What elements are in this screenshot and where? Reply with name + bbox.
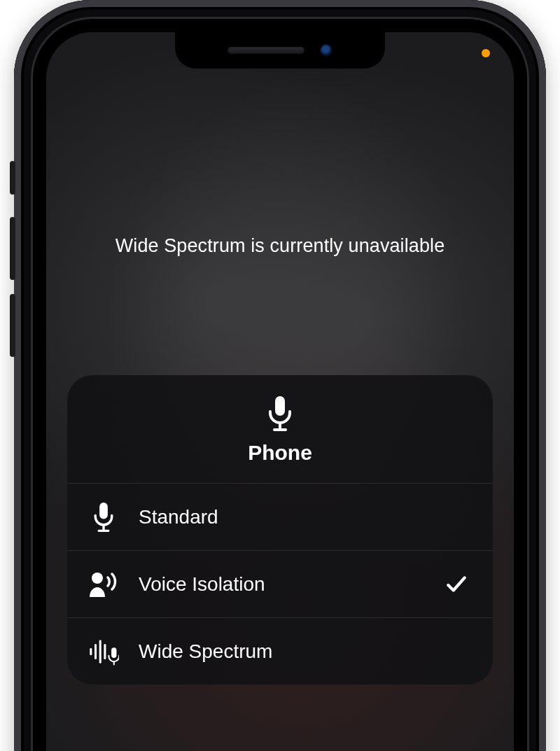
microphone-icon [267,396,293,431]
panel-title: Phone [248,441,312,465]
option-label: Standard [139,506,427,528]
mute-switch[interactable] [10,161,15,195]
wide-spectrum-icon [88,638,119,666]
panel-header: Phone [67,375,493,483]
svg-rect-3 [99,503,108,519]
front-camera [320,44,332,57]
voice-isolation-icon [88,570,119,598]
checkmark-icon [445,573,468,596]
option-label: Wide Spectrum [139,640,427,663]
earpiece-speaker [227,47,304,54]
mic-mode-option-standard[interactable]: Standard [67,483,493,550]
notch [175,32,385,69]
svg-rect-0 [275,396,285,416]
status-toast: Wide Spectrum is currently unavailable [46,235,514,257]
mic-mode-option-wide-spectrum[interactable]: Wide Spectrum [67,617,493,685]
option-label: Voice Isolation [139,573,426,596]
mic-mode-option-voice-isolation[interactable]: Voice Isolation [67,550,493,617]
volume-up-button[interactable] [10,217,15,280]
microphone-icon [88,503,119,532]
svg-point-6 [92,573,103,584]
screen: Wide Spectrum is currently unavailable P… [46,32,514,751]
volume-down-button[interactable] [10,294,15,357]
phone-frame: Wide Spectrum is currently unavailable P… [14,0,546,751]
microphone-indicator-dot [482,49,490,57]
svg-rect-11 [111,647,116,658]
mic-mode-panel: Phone Standard [67,375,493,685]
